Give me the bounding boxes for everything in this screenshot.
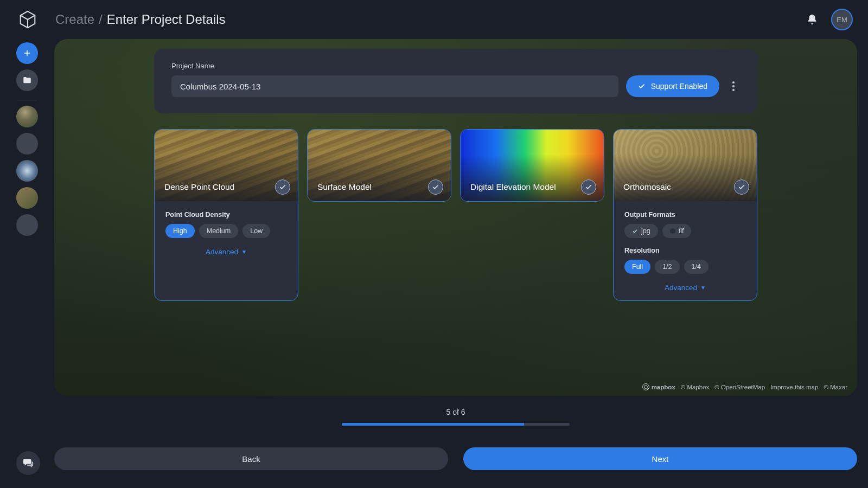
format-jpg-label: jpg (641, 227, 650, 235)
avatar-initials: EM (837, 16, 847, 24)
wizard-nav: Back Next (54, 447, 857, 470)
notifications-button[interactable] (806, 14, 818, 25)
step-indicator: 5 of 6 (446, 408, 465, 416)
resolution-label: Resolution (624, 247, 746, 254)
create-button[interactable] (16, 42, 38, 64)
breadcrumb-current: Enter Project Details (107, 12, 226, 27)
format-tif-label: tif (679, 227, 684, 235)
attrib-maxar[interactable]: © Maxar (824, 384, 847, 390)
advanced-toggle[interactable]: Advanced ▼ (624, 284, 746, 292)
projects-button[interactable] (16, 69, 38, 91)
caret-down-icon: ▼ (700, 285, 706, 291)
recent-project-1[interactable] (16, 106, 38, 127)
card-body: Point Cloud Density High Medium Low Adva… (155, 201, 298, 265)
density-label: Point Cloud Density (165, 211, 287, 219)
project-name-label: Project Name (171, 62, 740, 70)
recent-project-4[interactable] (16, 187, 38, 209)
sidebar (0, 39, 54, 488)
progress-bar (342, 423, 570, 426)
folder-icon (22, 75, 32, 85)
kebab-icon (732, 81, 735, 91)
card-hero: Digital Elevation Model (461, 130, 604, 201)
plus-icon (22, 48, 32, 58)
check-icon (638, 82, 646, 90)
caret-down-icon: ▼ (241, 249, 247, 255)
density-low[interactable]: Low (242, 224, 270, 238)
formats-label: Output Formats (624, 211, 746, 219)
header-actions: EM (806, 9, 853, 30)
advanced-toggle[interactable]: Advanced ▼ (165, 248, 287, 256)
advanced-label: Advanced (206, 248, 238, 256)
check-icon (432, 183, 439, 191)
card-dense-point-cloud: Dense Point Cloud Point Cloud Density Hi… (154, 129, 298, 301)
sidebar-separator (17, 100, 37, 100)
resolution-half[interactable]: 1/2 (655, 260, 679, 274)
card-select-toggle[interactable] (581, 179, 596, 195)
card-title: Surface Model (317, 182, 372, 192)
attrib-mapbox[interactable]: © Mapbox (681, 384, 710, 390)
svg-point-3 (732, 85, 735, 87)
next-button[interactable]: Next (463, 447, 857, 470)
density-high[interactable]: High (165, 224, 195, 238)
format-jpg[interactable]: jpg (624, 224, 658, 238)
recent-project-2[interactable] (16, 133, 38, 155)
card-title: Digital Elevation Model (470, 182, 556, 192)
logo-icon (17, 9, 38, 30)
app-logo (17, 9, 38, 30)
mapbox-icon (642, 383, 649, 390)
mapbox-brand: mapbox (652, 384, 675, 390)
card-title: Dense Point Cloud (164, 182, 234, 192)
support-chat-button[interactable] (16, 451, 40, 475)
recent-project-3[interactable] (16, 160, 38, 182)
check-icon (585, 183, 592, 191)
card-body: Output Formats jpg tif Resolution Full 1… (614, 201, 757, 300)
card-select-toggle[interactable] (428, 179, 443, 195)
resolution-options: Full 1/2 1/4 (624, 260, 746, 274)
format-options: jpg tif (624, 224, 746, 238)
check-icon (279, 183, 286, 191)
main-canvas: Project Name Support Enabled Dense Point… (54, 39, 857, 396)
resolution-quarter[interactable]: 1/4 (684, 260, 709, 274)
card-select-toggle[interactable] (275, 179, 290, 195)
attrib-improve[interactable]: Improve this map (770, 384, 818, 390)
card-title-row: Surface Model (317, 179, 443, 195)
unchecked-dot-icon (670, 228, 675, 234)
header: Create / Enter Project Details EM (0, 0, 868, 39)
project-name-panel: Project Name Support Enabled (154, 49, 757, 113)
format-tif[interactable]: tif (662, 224, 692, 238)
check-icon (738, 183, 745, 191)
panel-menu-button[interactable] (727, 80, 740, 93)
density-medium[interactable]: Medium (199, 224, 238, 238)
mapbox-logo: mapbox (642, 383, 675, 390)
bell-icon (806, 14, 818, 25)
svg-point-4 (732, 89, 735, 91)
card-digital-elevation-model: Digital Elevation Model (460, 129, 604, 202)
back-button[interactable]: Back (54, 447, 448, 470)
project-name-input[interactable] (171, 75, 618, 97)
breadcrumb: Create / Enter Project Details (55, 12, 225, 27)
card-hero: Orthomosaic (614, 130, 757, 201)
card-orthomosaic: Orthomosaic Output Formats jpg tif (613, 129, 757, 301)
support-label: Support Enabled (651, 82, 707, 91)
chat-icon (22, 457, 34, 469)
card-hero: Surface Model (308, 130, 451, 201)
attrib-osm[interactable]: © OpenStreetMap (714, 384, 765, 390)
card-title-row: Dense Point Cloud (164, 179, 290, 195)
map-attribution: mapbox © Mapbox © OpenStreetMap Improve … (642, 383, 847, 390)
support-toggle[interactable]: Support Enabled (626, 75, 719, 97)
advanced-label: Advanced (665, 284, 697, 292)
resolution-full[interactable]: Full (624, 260, 650, 274)
card-title: Orthomosaic (623, 182, 671, 192)
card-hero: Dense Point Cloud (155, 130, 298, 201)
card-surface-model: Surface Model (307, 129, 451, 202)
card-select-toggle[interactable] (734, 179, 749, 195)
check-icon (632, 228, 638, 234)
card-title-row: Orthomosaic (623, 179, 749, 195)
wizard-footer: 5 of 6 Back Next (54, 396, 857, 488)
breadcrumb-root[interactable]: Create (55, 12, 94, 27)
user-avatar[interactable]: EM (831, 9, 853, 30)
progress-fill (342, 423, 524, 426)
recent-project-5[interactable] (16, 214, 38, 236)
project-name-row: Support Enabled (171, 75, 740, 97)
svg-point-2 (732, 81, 735, 84)
